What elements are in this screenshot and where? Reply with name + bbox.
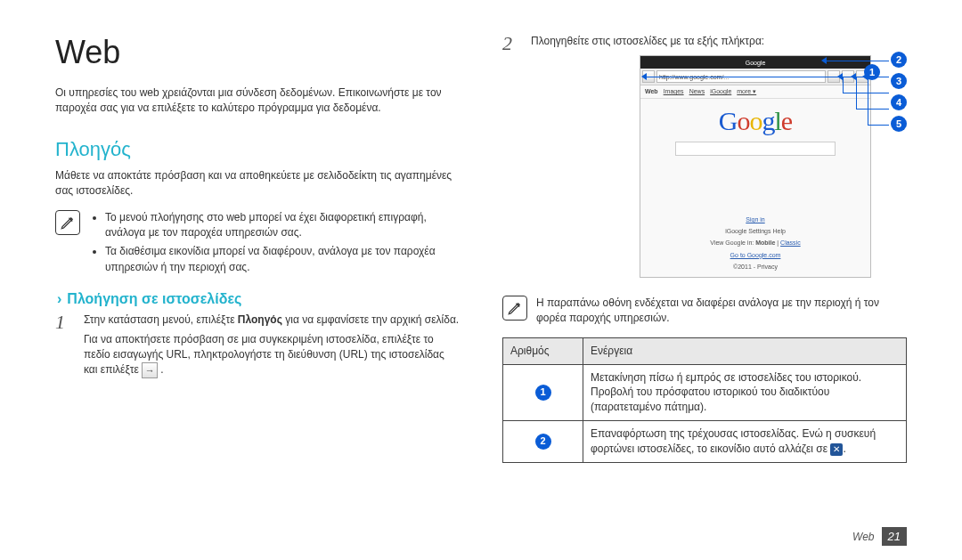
phone-tabs: Web Images News iGoogle more ▾ [640, 85, 870, 99]
close-icon: ✕ [830, 443, 843, 456]
col-header-action: Ενέργεια [583, 337, 907, 364]
figure-phone: Google http://www.google.com/... Web Ima… [640, 55, 907, 287]
note-text: Η παραπάνω οθόνη ενδέχεται να διαφέρει α… [536, 296, 907, 327]
tab-images: Images [664, 88, 684, 95]
note-icon [502, 296, 527, 321]
note-item: Το μενού πλοήγησης στο web μπορεί να έχε… [105, 210, 460, 241]
step-body: Πλοηγηθείτε στις ιστοσελίδες με τα εξής … [531, 34, 907, 53]
callout-badge: 4 [891, 94, 907, 110]
page-title: Web [55, 34, 460, 71]
tab-more: more ▾ [737, 88, 756, 95]
section-desc: Μάθετε να αποκτάτε πρόσβαση και να αποθη… [55, 168, 460, 199]
footer-page-number: 21 [882, 527, 907, 546]
callout-badge: 1 [864, 64, 880, 80]
go-icon: → [142, 362, 158, 378]
intro-text: Οι υπηρεσίες του web χρειάζονται μια σύν… [55, 85, 460, 117]
table-row: 1 Μετακίνηση πίσω ή εμπρός σε ιστοσελίδε… [503, 364, 907, 420]
phone-mock: Google http://www.google.com/... Web Ima… [640, 55, 871, 278]
step-number: 1 [55, 312, 73, 378]
callout-badge: 2 [535, 434, 551, 450]
tab-igoogle: iGoogle [710, 88, 731, 95]
section-title: Πλοηγός [55, 138, 460, 161]
cell-action: Επαναφόρτωση της τρέχουσας ιστοσελίδας. … [583, 420, 907, 462]
chevron-right-icon: › [57, 291, 61, 307]
cell-action: Μετακίνηση πίσω ή εμπρός σε ιστοσελίδες … [583, 364, 907, 420]
callout-badge: 5 [891, 116, 907, 132]
tab-web: Web [645, 88, 658, 95]
note-list-left: Το μενού πλοήγησης στο web μπορεί να έχε… [89, 210, 460, 280]
note-item: Τα διαθέσιμα εικονίδια μπορεί να διαφέρο… [105, 244, 460, 275]
note-icon [55, 210, 80, 235]
callout-badges: 2 1 3 4 5 [891, 50, 907, 132]
tab-news: News [689, 88, 705, 95]
subsection-title: Πλοήγηση σε ιστοσελίδες [67, 291, 241, 307]
step-number: 2 [502, 34, 520, 53]
search-box [675, 142, 836, 156]
step-body: Στην κατάσταση μενού, επιλέξτε Πλοηγός γ… [84, 312, 460, 378]
footer-section-label: Web [852, 531, 874, 543]
phone-status-bar: Google [640, 56, 870, 69]
callout-badge: 3 [891, 73, 907, 89]
page-footer: Web 21 [852, 527, 907, 546]
table-row: 2 Επαναφόρτωση της τρέχουσας ιστοσελίδας… [503, 420, 907, 462]
phone-footer: Sign in iGoogle Settings Help View Googl… [640, 213, 870, 272]
actions-table: Αριθμός Ενέργεια 1 Μετακίνηση πίσω ή εμπ… [502, 337, 907, 463]
google-logo: Google [640, 106, 870, 136]
callout-badge: 2 [891, 52, 907, 68]
callout-badge: 1 [535, 385, 551, 401]
col-header-number: Αριθμός [503, 337, 583, 364]
